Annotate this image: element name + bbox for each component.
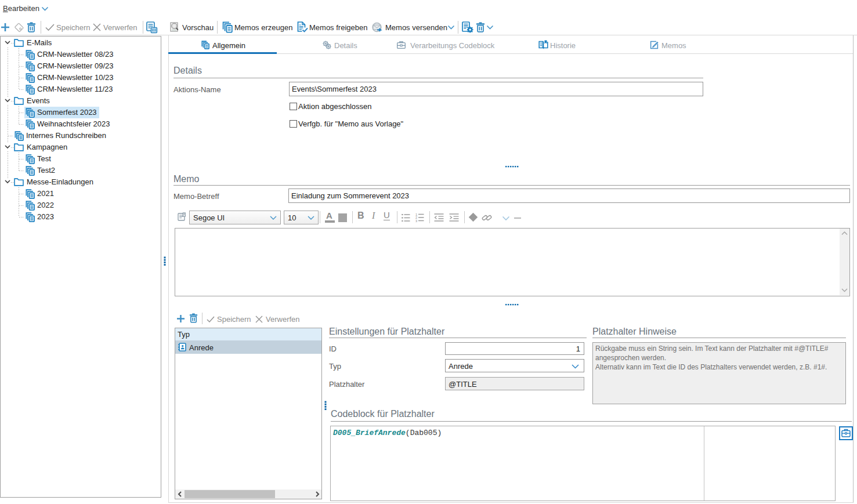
svg-text:3: 3 [415, 219, 417, 222]
